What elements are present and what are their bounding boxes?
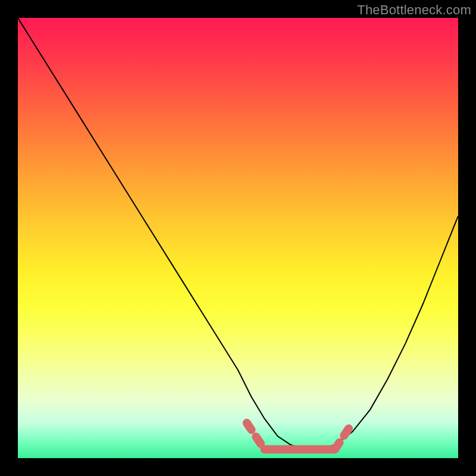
chart-svg xyxy=(18,18,458,458)
flat-region-right-dash xyxy=(335,423,353,449)
chart-frame: TheBottleneck.com xyxy=(0,0,476,476)
watermark-text: TheBottleneck.com xyxy=(357,2,471,18)
flat-region-left-dash xyxy=(247,423,265,449)
bottleneck-curve xyxy=(18,18,458,449)
chart-plot-area xyxy=(18,18,458,458)
